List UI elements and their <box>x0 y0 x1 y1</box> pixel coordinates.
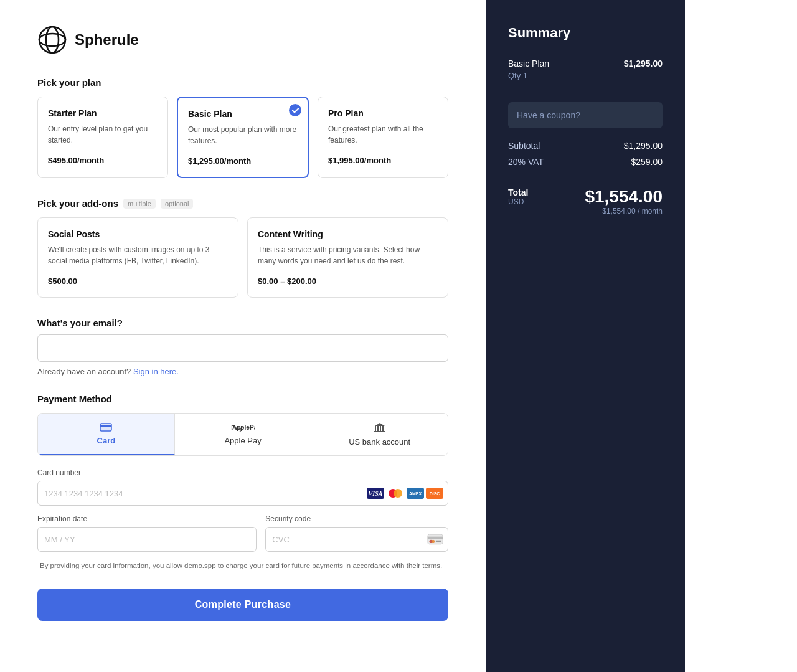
mastercard-icon <box>386 487 405 499</box>
plans-row: Starter Plan Our entry level plan to get… <box>37 97 448 178</box>
discover-icon: DISC <box>426 488 443 499</box>
summary-item-row: Basic Plan $1,295.00 <box>508 59 663 69</box>
expiry-wrapper <box>37 527 257 552</box>
summary-qty: Qty 1 <box>508 71 663 80</box>
total-label-group: Total USD <box>508 187 528 206</box>
logo-icon <box>37 25 67 55</box>
badge-optional: optional <box>161 199 194 209</box>
plans-title: Pick your plan <box>37 77 448 88</box>
addons-row: Social Posts We'll create posts with cus… <box>37 217 448 298</box>
summary-item-name: Basic Plan <box>508 59 549 69</box>
svg-text:Pay: Pay <box>250 424 255 431</box>
vat-value: $259.00 <box>631 157 663 167</box>
addon-desc-content: This is a service with pricing variants.… <box>258 244 438 267</box>
card-tab-icon <box>100 422 112 432</box>
expiry-input[interactable] <box>37 527 257 552</box>
applepay-tab-icon: Apple Pay Pay <box>231 422 255 432</box>
svg-point-0 <box>39 27 65 53</box>
svg-rect-8 <box>375 426 376 431</box>
signin-text: Already have an account? Sign in here. <box>37 367 448 376</box>
tab-bank-label: US bank account <box>349 437 410 447</box>
svg-point-20 <box>432 540 435 543</box>
expiry-field: Expiration date <box>37 514 257 552</box>
svg-marker-12 <box>375 423 385 426</box>
plan-price-basic: $1,295.00/month <box>188 156 298 166</box>
card-number-label: Card number <box>37 468 448 477</box>
svg-rect-9 <box>377 426 379 431</box>
svg-rect-17 <box>428 537 443 539</box>
addon-price-content: $0.00 – $200.00 <box>258 277 438 286</box>
total-amount: $1,554.00 <box>585 187 663 207</box>
svg-rect-10 <box>380 426 381 431</box>
badge-multiple: multiple <box>123 199 156 209</box>
vat-row: 20% VAT $259.00 <box>508 157 663 167</box>
payment-label: Payment Method <box>37 394 448 404</box>
plans-section: Pick your plan Starter Plan Our entry le… <box>37 77 448 178</box>
plan-card-basic[interactable]: Basic Plan Our most popular plan with mo… <box>177 97 309 178</box>
addons-title-row: Pick your add-ons multiple optional <box>37 198 448 209</box>
addon-card-social[interactable]: Social Posts We'll create posts with cus… <box>37 217 238 298</box>
subtotal-label: Subtotal <box>508 141 540 151</box>
right-panel: Summary Basic Plan $1,295.00 Qty 1 Subto… <box>486 0 685 672</box>
email-input[interactable] <box>37 334 448 362</box>
summary-divider-1 <box>508 92 663 92</box>
plan-name-starter: Starter Plan <box>48 108 158 118</box>
tab-bank[interactable]: US bank account <box>311 414 448 455</box>
payment-tabs: Card Apple Pay Pay Apple Pay <box>37 413 448 456</box>
addons-section: Pick your add-ons multiple optional Soci… <box>37 198 448 298</box>
cvc-input[interactable] <box>265 527 448 552</box>
subtotal-value: $1,295.00 <box>624 141 663 151</box>
total-per-month: $1,554.00 / month <box>585 207 663 215</box>
card-number-wrapper: VISA AMEX DISC <box>37 481 448 506</box>
plan-price-pro: $1,995.00/month <box>328 156 438 165</box>
tab-applepay-label: Apple Pay <box>224 436 261 445</box>
total-currency: USD <box>508 197 528 206</box>
svg-point-2 <box>46 27 59 53</box>
plan-desc-starter: Our entry level plan to get you started. <box>48 123 158 146</box>
expiry-cvc-row: Expiration date Security code <box>37 514 448 552</box>
bank-tab-icon <box>374 422 386 433</box>
plan-desc-basic: Our most popular plan with more features… <box>188 124 298 146</box>
card-brand-icons: VISA AMEX DISC <box>367 487 443 499</box>
total-row: Total USD $1,554.00 $1,554.00 / month <box>508 187 663 215</box>
vat-label: 20% VAT <box>508 157 544 167</box>
svg-rect-13 <box>374 431 385 432</box>
addons-title: Pick your add-ons <box>37 198 118 209</box>
card-form: Card number VISA AMEX DISC <box>37 468 448 552</box>
svg-rect-18 <box>436 541 441 542</box>
coupon-input[interactable] <box>508 102 663 128</box>
plan-price-starter: $495.00/month <box>48 156 158 165</box>
cvc-icon <box>427 534 443 545</box>
check-icon <box>289 104 301 116</box>
plan-card-pro[interactable]: Pro Plan Our greatest plan with all the … <box>318 97 448 178</box>
plan-card-starter[interactable]: Starter Plan Our entry level plan to get… <box>37 97 168 178</box>
logo-area: Spherule <box>37 25 448 55</box>
addon-desc-social: We'll create posts with custom images on… <box>48 244 228 267</box>
plan-name-pro: Pro Plan <box>328 108 438 118</box>
expiry-label: Expiration date <box>37 514 257 523</box>
svg-point-1 <box>39 34 65 46</box>
tab-applepay[interactable]: Apple Pay Pay Apple Pay <box>175 414 312 455</box>
subtotal-row: Subtotal $1,295.00 <box>508 141 663 151</box>
tab-card[interactable]: Card <box>38 414 175 455</box>
addon-card-content[interactable]: Content Writing This is a service with p… <box>247 217 448 298</box>
summary-item-price: $1,295.00 <box>624 59 663 69</box>
email-section: What's your email? Already have an accou… <box>37 318 448 376</box>
signin-link[interactable]: Sign in here. <box>133 367 179 376</box>
cvc-label: Security code <box>265 514 448 523</box>
addon-price-social: $500.00 <box>48 277 228 286</box>
card-number-field: Card number VISA AMEX DISC <box>37 468 448 506</box>
summary-title: Summary <box>508 25 663 41</box>
complete-purchase-button[interactable]: Complete Purchase <box>37 589 448 621</box>
amex-icon: AMEX <box>407 488 424 499</box>
svg-text:Pay: Pay <box>231 424 243 432</box>
svg-point-15 <box>394 489 402 498</box>
addon-name-content: Content Writing <box>258 229 438 239</box>
total-label: Total <box>508 187 528 197</box>
addon-name-social: Social Posts <box>48 229 228 239</box>
svg-rect-4 <box>100 425 111 427</box>
card-disclaimer: By providing your card information, you … <box>37 561 448 571</box>
summary-divider-2 <box>508 177 663 177</box>
email-label: What's your email? <box>37 318 448 328</box>
plan-name-basic: Basic Plan <box>188 109 298 119</box>
